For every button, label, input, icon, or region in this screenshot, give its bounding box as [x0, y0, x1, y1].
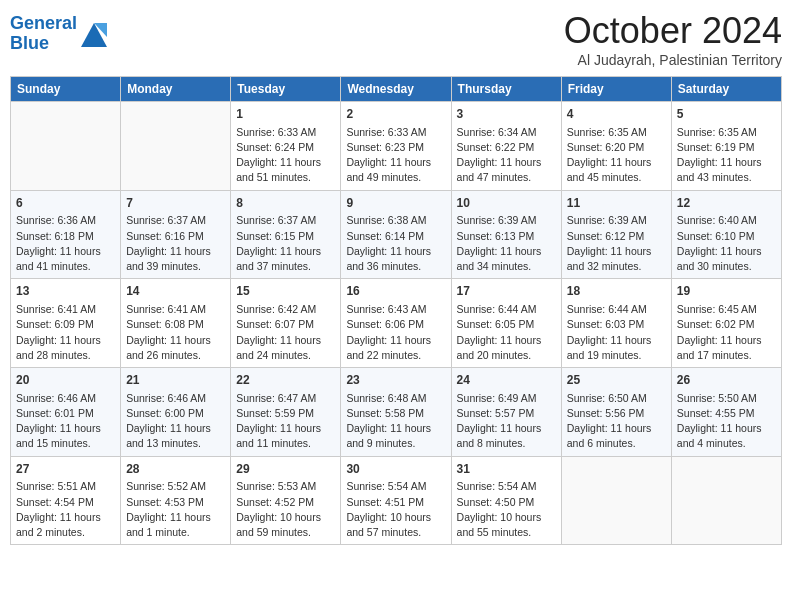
day-header-monday: Monday: [121, 77, 231, 102]
calendar-cell: 15Sunrise: 6:42 AM Sunset: 6:07 PM Dayli…: [231, 279, 341, 368]
day-header-wednesday: Wednesday: [341, 77, 451, 102]
day-info: Sunrise: 6:33 AM Sunset: 6:23 PM Dayligh…: [346, 125, 445, 186]
calendar-cell: 21Sunrise: 6:46 AM Sunset: 6:00 PM Dayli…: [121, 368, 231, 457]
calendar-cell: 7Sunrise: 6:37 AM Sunset: 6:16 PM Daylig…: [121, 190, 231, 279]
day-header-saturday: Saturday: [671, 77, 781, 102]
calendar-cell: 26Sunrise: 5:50 AM Sunset: 4:55 PM Dayli…: [671, 368, 781, 457]
day-info: Sunrise: 6:50 AM Sunset: 5:56 PM Dayligh…: [567, 391, 666, 452]
day-info: Sunrise: 6:47 AM Sunset: 5:59 PM Dayligh…: [236, 391, 335, 452]
day-info: Sunrise: 6:35 AM Sunset: 6:19 PM Dayligh…: [677, 125, 776, 186]
day-info: Sunrise: 6:36 AM Sunset: 6:18 PM Dayligh…: [16, 213, 115, 274]
day-number: 17: [457, 283, 556, 300]
calendar-cell: 29Sunrise: 5:53 AM Sunset: 4:52 PM Dayli…: [231, 456, 341, 545]
calendar-cell: 6Sunrise: 6:36 AM Sunset: 6:18 PM Daylig…: [11, 190, 121, 279]
day-info: Sunrise: 5:54 AM Sunset: 4:51 PM Dayligh…: [346, 479, 445, 540]
day-info: Sunrise: 6:45 AM Sunset: 6:02 PM Dayligh…: [677, 302, 776, 363]
day-info: Sunrise: 5:50 AM Sunset: 4:55 PM Dayligh…: [677, 391, 776, 452]
day-number: 2: [346, 106, 445, 123]
title-block: October 2024 Al Judayrah, Palestinian Te…: [564, 10, 782, 68]
calendar-header-row: SundayMondayTuesdayWednesdayThursdayFrid…: [11, 77, 782, 102]
page-header: General Blue October 2024 Al Judayrah, P…: [10, 10, 782, 68]
calendar-cell: 14Sunrise: 6:41 AM Sunset: 6:08 PM Dayli…: [121, 279, 231, 368]
calendar-cell: 20Sunrise: 6:46 AM Sunset: 6:01 PM Dayli…: [11, 368, 121, 457]
day-number: 8: [236, 195, 335, 212]
location-subtitle: Al Judayrah, Palestinian Territory: [564, 52, 782, 68]
day-number: 5: [677, 106, 776, 123]
calendar-cell: 23Sunrise: 6:48 AM Sunset: 5:58 PM Dayli…: [341, 368, 451, 457]
calendar-week-3: 13Sunrise: 6:41 AM Sunset: 6:09 PM Dayli…: [11, 279, 782, 368]
calendar-cell: [121, 102, 231, 191]
logo-icon: [79, 19, 109, 49]
day-info: Sunrise: 6:37 AM Sunset: 6:15 PM Dayligh…: [236, 213, 335, 274]
day-number: 19: [677, 283, 776, 300]
day-info: Sunrise: 6:37 AM Sunset: 6:16 PM Dayligh…: [126, 213, 225, 274]
day-info: Sunrise: 6:39 AM Sunset: 6:12 PM Dayligh…: [567, 213, 666, 274]
day-number: 6: [16, 195, 115, 212]
day-number: 7: [126, 195, 225, 212]
day-info: Sunrise: 5:53 AM Sunset: 4:52 PM Dayligh…: [236, 479, 335, 540]
day-info: Sunrise: 6:34 AM Sunset: 6:22 PM Dayligh…: [457, 125, 556, 186]
calendar-cell: 5Sunrise: 6:35 AM Sunset: 6:19 PM Daylig…: [671, 102, 781, 191]
day-info: Sunrise: 6:42 AM Sunset: 6:07 PM Dayligh…: [236, 302, 335, 363]
calendar-cell: 4Sunrise: 6:35 AM Sunset: 6:20 PM Daylig…: [561, 102, 671, 191]
calendar-cell: 9Sunrise: 6:38 AM Sunset: 6:14 PM Daylig…: [341, 190, 451, 279]
calendar-cell: 30Sunrise: 5:54 AM Sunset: 4:51 PM Dayli…: [341, 456, 451, 545]
day-number: 10: [457, 195, 556, 212]
calendar-cell: 17Sunrise: 6:44 AM Sunset: 6:05 PM Dayli…: [451, 279, 561, 368]
calendar-cell: [671, 456, 781, 545]
calendar-cell: 3Sunrise: 6:34 AM Sunset: 6:22 PM Daylig…: [451, 102, 561, 191]
day-info: Sunrise: 6:33 AM Sunset: 6:24 PM Dayligh…: [236, 125, 335, 186]
day-info: Sunrise: 6:39 AM Sunset: 6:13 PM Dayligh…: [457, 213, 556, 274]
day-info: Sunrise: 6:46 AM Sunset: 6:01 PM Dayligh…: [16, 391, 115, 452]
day-header-friday: Friday: [561, 77, 671, 102]
day-header-thursday: Thursday: [451, 77, 561, 102]
calendar-cell: [11, 102, 121, 191]
calendar-week-1: 1Sunrise: 6:33 AM Sunset: 6:24 PM Daylig…: [11, 102, 782, 191]
day-info: Sunrise: 6:41 AM Sunset: 6:08 PM Dayligh…: [126, 302, 225, 363]
day-number: 27: [16, 461, 115, 478]
day-info: Sunrise: 6:44 AM Sunset: 6:05 PM Dayligh…: [457, 302, 556, 363]
day-number: 20: [16, 372, 115, 389]
calendar-cell: 24Sunrise: 6:49 AM Sunset: 5:57 PM Dayli…: [451, 368, 561, 457]
day-number: 22: [236, 372, 335, 389]
day-number: 4: [567, 106, 666, 123]
day-info: Sunrise: 6:48 AM Sunset: 5:58 PM Dayligh…: [346, 391, 445, 452]
calendar-week-2: 6Sunrise: 6:36 AM Sunset: 6:18 PM Daylig…: [11, 190, 782, 279]
calendar-cell: 28Sunrise: 5:52 AM Sunset: 4:53 PM Dayli…: [121, 456, 231, 545]
day-number: 23: [346, 372, 445, 389]
calendar-week-5: 27Sunrise: 5:51 AM Sunset: 4:54 PM Dayli…: [11, 456, 782, 545]
day-info: Sunrise: 6:43 AM Sunset: 6:06 PM Dayligh…: [346, 302, 445, 363]
day-info: Sunrise: 6:46 AM Sunset: 6:00 PM Dayligh…: [126, 391, 225, 452]
day-info: Sunrise: 6:40 AM Sunset: 6:10 PM Dayligh…: [677, 213, 776, 274]
calendar-cell: 22Sunrise: 6:47 AM Sunset: 5:59 PM Dayli…: [231, 368, 341, 457]
day-info: Sunrise: 5:51 AM Sunset: 4:54 PM Dayligh…: [16, 479, 115, 540]
day-number: 24: [457, 372, 556, 389]
day-number: 1: [236, 106, 335, 123]
calendar-cell: 10Sunrise: 6:39 AM Sunset: 6:13 PM Dayli…: [451, 190, 561, 279]
day-number: 12: [677, 195, 776, 212]
day-info: Sunrise: 6:35 AM Sunset: 6:20 PM Dayligh…: [567, 125, 666, 186]
day-info: Sunrise: 6:41 AM Sunset: 6:09 PM Dayligh…: [16, 302, 115, 363]
calendar-cell: 2Sunrise: 6:33 AM Sunset: 6:23 PM Daylig…: [341, 102, 451, 191]
day-number: 30: [346, 461, 445, 478]
logo: General Blue: [10, 10, 109, 54]
day-number: 14: [126, 283, 225, 300]
calendar-cell: 27Sunrise: 5:51 AM Sunset: 4:54 PM Dayli…: [11, 456, 121, 545]
day-number: 21: [126, 372, 225, 389]
day-number: 9: [346, 195, 445, 212]
day-info: Sunrise: 6:44 AM Sunset: 6:03 PM Dayligh…: [567, 302, 666, 363]
day-number: 26: [677, 372, 776, 389]
calendar-cell: 1Sunrise: 6:33 AM Sunset: 6:24 PM Daylig…: [231, 102, 341, 191]
day-number: 15: [236, 283, 335, 300]
calendar-cell: 12Sunrise: 6:40 AM Sunset: 6:10 PM Dayli…: [671, 190, 781, 279]
day-number: 31: [457, 461, 556, 478]
calendar-week-4: 20Sunrise: 6:46 AM Sunset: 6:01 PM Dayli…: [11, 368, 782, 457]
calendar-cell: 18Sunrise: 6:44 AM Sunset: 6:03 PM Dayli…: [561, 279, 671, 368]
day-info: Sunrise: 6:38 AM Sunset: 6:14 PM Dayligh…: [346, 213, 445, 274]
day-info: Sunrise: 5:54 AM Sunset: 4:50 PM Dayligh…: [457, 479, 556, 540]
day-info: Sunrise: 6:49 AM Sunset: 5:57 PM Dayligh…: [457, 391, 556, 452]
calendar-cell: 8Sunrise: 6:37 AM Sunset: 6:15 PM Daylig…: [231, 190, 341, 279]
calendar-cell: 16Sunrise: 6:43 AM Sunset: 6:06 PM Dayli…: [341, 279, 451, 368]
calendar-cell: 13Sunrise: 6:41 AM Sunset: 6:09 PM Dayli…: [11, 279, 121, 368]
calendar-cell: 11Sunrise: 6:39 AM Sunset: 6:12 PM Dayli…: [561, 190, 671, 279]
